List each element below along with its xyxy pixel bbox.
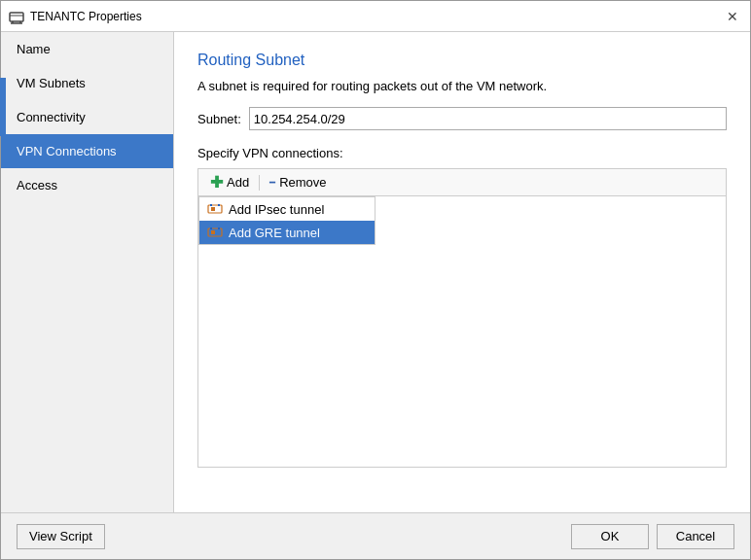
section-title: Routing Subnet: [197, 52, 727, 69]
title-bar: TENANTC Properties ✕: [1, 1, 750, 32]
svg-rect-7: [210, 204, 212, 206]
dialog-footer: View Script OK Cancel: [1, 512, 750, 559]
close-button[interactable]: ✕: [723, 7, 742, 26]
cancel-button[interactable]: Cancel: [657, 524, 734, 549]
sidebar-item-vm-subnets[interactable]: VM Subnets: [1, 66, 173, 100]
main-content: Routing Subnet A subnet is required for …: [174, 32, 750, 512]
svg-rect-8: [218, 204, 220, 206]
sidebar-item-name[interactable]: Name: [1, 32, 173, 66]
dialog-title: TENANTC Properties: [30, 10, 142, 23]
toolbar-separator: [259, 175, 260, 191]
sidebar-item-access[interactable]: Access: [1, 168, 173, 202]
vpn-list-area: Add IPsec tunnel Add GRE tunnel: [197, 195, 727, 468]
view-script-button[interactable]: View Script: [17, 524, 105, 549]
dialog-body: Name VM Subnets Connectivity VPN Connect…: [1, 32, 750, 512]
svg-rect-6: [211, 207, 215, 211]
add-icon: ✚: [210, 175, 223, 191]
app-icon: [9, 9, 24, 24]
dropdown-item-gre[interactable]: Add GRE tunnel: [199, 221, 375, 244]
svg-rect-12: [218, 228, 220, 229]
svg-rect-11: [210, 228, 212, 229]
ok-button[interactable]: OK: [571, 524, 649, 549]
add-dropdown: Add IPsec tunnel Add GRE tunnel: [198, 196, 376, 245]
subnet-label: Subnet:: [197, 112, 241, 126]
sidebar: Name VM Subnets Connectivity VPN Connect…: [1, 32, 174, 512]
gre-tunnel-icon: [207, 225, 223, 240]
dialog: TENANTC Properties ✕ Name VM Subnets Con…: [0, 0, 751, 560]
ipsec-tunnel-icon: [207, 201, 223, 217]
sidebar-item-vpn-connections[interactable]: VPN Connections: [1, 134, 173, 168]
sidebar-item-connectivity[interactable]: Connectivity: [1, 100, 173, 134]
subnet-row: Subnet:: [197, 107, 727, 130]
description-text: A subnet is required for routing packets…: [197, 79, 727, 93]
vpn-label: Specify VPN connections:: [197, 146, 727, 160]
svg-rect-0: [10, 13, 23, 21]
remove-button[interactable]: ━ Remove: [262, 173, 334, 192]
add-button[interactable]: ✚ Add: [202, 173, 257, 192]
svg-rect-10: [211, 230, 215, 234]
toolbar: ✚ Add ━ Remove: [197, 168, 727, 195]
sidebar-accent: [1, 78, 6, 136]
dropdown-item-ipsec[interactable]: Add IPsec tunnel: [199, 197, 375, 221]
remove-icon: ━: [269, 177, 275, 188]
subnet-input[interactable]: [249, 107, 727, 130]
